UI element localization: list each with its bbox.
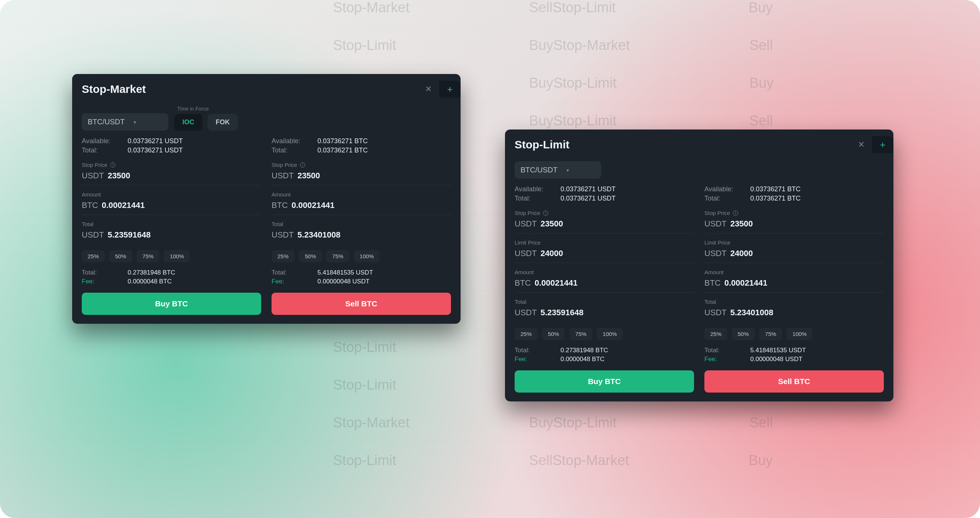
amount-field[interactable]: Amount BTC0.00021441 xyxy=(705,263,884,293)
summary: Total:5.418481535 USDT Fee:0.00000048 US… xyxy=(705,347,884,365)
panel-header: Stop-Limit ✕ + xyxy=(505,129,893,161)
total-label: Total xyxy=(82,221,94,227)
amount-field[interactable]: Amount BTC0.00021441 xyxy=(515,263,694,293)
info-icon[interactable]: i xyxy=(110,163,115,167)
stop-value: 23500 xyxy=(298,171,320,180)
total-label: Total xyxy=(515,299,527,305)
pct-75[interactable]: 75% xyxy=(137,250,159,262)
stop-price-field[interactable]: Stop Pricei USDT23500 xyxy=(82,156,261,185)
available-label: Available: xyxy=(705,185,741,193)
limit-price-field[interactable]: Limit Price USDT24000 xyxy=(705,233,884,263)
sell-column: Available:0.03736271 BTC Total:0.0373627… xyxy=(272,137,451,315)
pct-25[interactable]: 25% xyxy=(82,250,105,262)
pct-75[interactable]: 75% xyxy=(759,328,782,340)
pct-100[interactable]: 100% xyxy=(597,328,623,340)
total-balance-label: Total: xyxy=(705,194,741,202)
tif-fok-button[interactable]: FOK xyxy=(208,114,238,131)
add-button[interactable]: + xyxy=(872,136,893,153)
amount-unit: BTC xyxy=(515,278,531,288)
pct-row: 25% 50% 75% 100% xyxy=(515,328,694,340)
limit-price-label: Limit Price xyxy=(705,239,730,246)
buy-button[interactable]: Buy BTC xyxy=(515,370,694,392)
summary-total-value: 0.27381948 BTC xyxy=(127,269,175,276)
info-icon[interactable]: i xyxy=(300,163,305,167)
pct-100[interactable]: 100% xyxy=(354,250,380,262)
amount-label: Amount xyxy=(82,191,101,198)
total-value: 5.23591648 xyxy=(108,230,151,240)
app-background: Stop-MarketSellStop-LimitBuyStop-LimitBu… xyxy=(0,0,980,518)
limit-unit: USDT xyxy=(705,249,727,258)
pct-25[interactable]: 25% xyxy=(705,328,727,340)
total-unit: USDT xyxy=(515,308,537,317)
close-button[interactable]: ✕ xyxy=(851,136,872,153)
stop-unit: USDT xyxy=(705,219,727,229)
info-icon[interactable]: i xyxy=(733,210,738,216)
total-balance-label: Total: xyxy=(272,147,309,154)
total-value: 5.23401008 xyxy=(298,230,340,240)
stop-price-field[interactable]: Stop Pricei USDT23500 xyxy=(705,204,884,233)
panel-title: Stop-Limit xyxy=(515,139,570,151)
stop-value: 23500 xyxy=(541,219,563,229)
plus-icon: + xyxy=(447,84,452,95)
total-field[interactable]: Total USDT5.23401008 xyxy=(705,293,884,322)
close-icon: ✕ xyxy=(425,84,432,94)
stop-price-label: Stop Price xyxy=(705,210,730,216)
close-button[interactable]: ✕ xyxy=(418,81,439,98)
stop-price-field[interactable]: Stop Pricei USDT23500 xyxy=(515,204,694,233)
pct-25[interactable]: 25% xyxy=(272,250,294,262)
info-icon[interactable]: i xyxy=(543,210,548,216)
tif-ioc-button[interactable]: IOC xyxy=(174,114,202,131)
pair-select[interactable]: BTC/USDT ▾ xyxy=(515,161,601,179)
pct-75[interactable]: 75% xyxy=(326,250,349,262)
fee-value: 0.0000048 BTC xyxy=(560,355,605,363)
limit-price-field[interactable]: Limit Price USDT24000 xyxy=(515,233,694,263)
stop-price-field[interactable]: Stop Pricei USDT23500 xyxy=(272,156,451,185)
total-balance-label: Total: xyxy=(82,147,119,154)
available-value: 0.03736271 BTC xyxy=(317,137,368,145)
pct-75[interactable]: 75% xyxy=(570,328,592,340)
stop-market-panel: Stop-Market ✕ + BTC/USDT ▾ Time in Force… xyxy=(72,74,461,324)
limit-value: 24000 xyxy=(541,249,563,258)
available-label: Available: xyxy=(82,137,119,145)
pct-row: 25% 50% 75% 100% xyxy=(705,328,884,340)
amount-label: Amount xyxy=(272,191,291,198)
summary-total-label: Total: xyxy=(515,347,552,354)
chevron-down-icon: ▾ xyxy=(566,167,569,173)
amount-field[interactable]: Amount BTC0.00021441 xyxy=(272,185,451,215)
pair-select[interactable]: BTC/USDT ▾ xyxy=(82,113,168,131)
panel-header-actions: ✕ + xyxy=(851,136,893,153)
fee-label: Fee: xyxy=(82,278,119,285)
total-field[interactable]: Total USDT5.23401008 xyxy=(272,215,451,244)
total-field[interactable]: Total USDT5.23591648 xyxy=(82,215,261,244)
sell-button[interactable]: Sell BTC xyxy=(272,293,451,315)
total-balance-value: 0.03736271 USDT xyxy=(127,147,183,154)
limit-unit: USDT xyxy=(515,249,537,258)
summary-total-value: 0.27381948 BTC xyxy=(560,347,608,354)
tif-buttons: IOC FOK xyxy=(174,114,238,131)
pct-50[interactable]: 50% xyxy=(732,328,755,340)
stop-value: 23500 xyxy=(730,219,753,229)
add-button[interactable]: + xyxy=(439,81,461,98)
summary: Total:0.27381948 BTC Fee:0.0000048 BTC xyxy=(82,269,261,287)
amount-label: Amount xyxy=(705,269,724,275)
sell-button[interactable]: Sell BTC xyxy=(705,370,884,392)
stop-unit: USDT xyxy=(272,171,294,180)
pct-100[interactable]: 100% xyxy=(164,250,190,262)
stop-price-label: Stop Price xyxy=(515,210,540,216)
total-balance-value: 0.03736271 BTC xyxy=(750,194,800,202)
panel-title: Stop-Market xyxy=(82,83,146,96)
buy-button[interactable]: Buy BTC xyxy=(82,293,261,315)
pct-50[interactable]: 50% xyxy=(109,250,132,262)
pct-25[interactable]: 25% xyxy=(515,328,538,340)
sell-column: Available:0.03736271 BTC Total:0.0373627… xyxy=(705,185,884,392)
total-field[interactable]: Total USDT5.23591648 xyxy=(515,293,694,322)
stop-value: 23500 xyxy=(108,171,130,180)
stop-unit: USDT xyxy=(82,171,104,180)
pct-50[interactable]: 50% xyxy=(299,250,322,262)
total-unit: USDT xyxy=(272,230,294,240)
amount-field[interactable]: Amount BTC0.00021441 xyxy=(82,185,261,215)
available-value: 0.03736271 BTC xyxy=(750,185,800,193)
pct-50[interactable]: 50% xyxy=(542,328,565,340)
fee-value: 0.00000048 USDT xyxy=(317,278,369,285)
pct-100[interactable]: 100% xyxy=(786,328,812,340)
